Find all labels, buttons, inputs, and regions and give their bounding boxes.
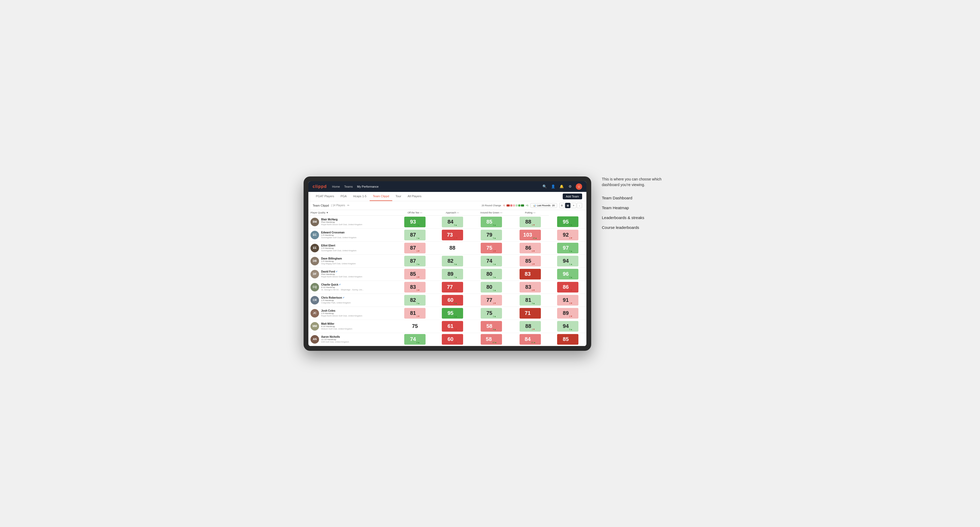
settings-icon[interactable]: ⚙: [567, 184, 573, 189]
score-change: 3▼: [454, 328, 457, 332]
score-box: 58 10▲: [481, 334, 502, 344]
table-row[interactable]: BM Blair McHarg Plus Handicap Royal Nort…: [309, 215, 586, 229]
score-cell-off_tee: 89 7▲: [434, 268, 471, 281]
search-icon[interactable]: 🔍: [542, 184, 547, 189]
player-club: Sunningdale Golf Club, United Kingdom: [321, 237, 394, 239]
subnav-pga[interactable]: PGA: [337, 192, 350, 201]
table-row[interactable]: DF David Ford✔ Plus Handicap Royal North…: [309, 268, 586, 281]
subnav-hcaps[interactable]: Hcaps 1-5: [350, 192, 370, 201]
score-box: 85 8▲: [481, 217, 502, 227]
score-cell-off_tee: 84 6▲: [434, 215, 471, 229]
list-view-button[interactable]: ≡: [571, 203, 576, 208]
table-row[interactable]: JC Josh Coles 1-5 Handicap Royal North D…: [309, 306, 586, 320]
score-box: 86 6▼: [520, 243, 541, 253]
export-button[interactable]: ↓: [577, 203, 582, 208]
table-row[interactable]: AN Aaron Nicholls 11-15 Handicap Drift G…: [309, 333, 586, 346]
table-row[interactable]: DB Dave Billingham 1-5 Handicap Gog Mago…: [309, 254, 586, 268]
player-cell: JC Josh Coles 1-5 Handicap Royal North D…: [309, 306, 396, 320]
bar-pale-red: [513, 205, 515, 206]
last-rounds-button[interactable]: 📊 Last Rounds: 20: [530, 203, 557, 208]
player-name: Blair McHarg: [321, 218, 394, 221]
score-cell-quality: 87 3▼: [396, 241, 434, 254]
score-box: 103 15▲: [520, 230, 541, 240]
user-avatar[interactable]: U: [576, 183, 582, 190]
score-box: 83 6▼: [520, 282, 541, 292]
score-value: 83: [525, 271, 530, 277]
score-cell-quality: 87 4▲: [396, 254, 434, 268]
subnav-team-clippd[interactable]: Team Clippd: [370, 192, 392, 201]
player-info: Blair McHarg Plus Handicap Royal North D…: [321, 218, 394, 226]
nav-my-performance[interactable]: My Performance: [357, 184, 379, 189]
score-box: 58 4▲: [481, 321, 502, 332]
table-row[interactable]: CQ Charlie Quick✔ 6-10 Handicap St. Geor…: [309, 281, 586, 294]
score-cell-putting: 91 3▼: [549, 294, 586, 306]
heatmap-view-button[interactable]: ▦: [565, 203, 570, 208]
score-cell-putting: 97 5▲: [549, 241, 586, 254]
subnav-tour[interactable]: Tour: [392, 192, 404, 201]
player-avatar: DB: [310, 257, 319, 265]
score-change: 6▲: [454, 224, 457, 227]
player-avatar: CR: [310, 296, 319, 305]
heatmap-bar: [506, 205, 524, 206]
score-value: 85: [487, 219, 492, 225]
score-change: 2▲: [454, 302, 457, 306]
team-player-count: | 14 Players: [331, 204, 345, 207]
player-cell: MM Matt Miller 6-10 Handicap Woburn Golf…: [309, 320, 396, 333]
score-change: 1▼: [532, 224, 535, 227]
profile-icon[interactable]: 👤: [550, 184, 556, 189]
subnav-all-players[interactable]: All Players: [404, 192, 425, 201]
player-handicap: 1-5 Handicap: [321, 299, 394, 302]
score-change: 8▲: [417, 341, 420, 344]
score-box: 81 3▼: [404, 308, 426, 319]
score-change: 3▲: [570, 328, 573, 332]
table-row[interactable]: MM Matt Miller 6-10 Handicap Woburn Golf…: [309, 320, 586, 333]
player-info: Edward Crossman 1-5 Handicap Sunningdale…: [321, 231, 394, 239]
score-box: 92 3▼: [557, 230, 578, 240]
score-box: 95 9▲: [557, 216, 578, 227]
score-cell-putting: 94 3▲: [549, 320, 586, 333]
nav-home[interactable]: Home: [332, 184, 340, 189]
app-logo: clippd: [313, 184, 327, 189]
score-value: 87: [410, 258, 416, 264]
score-value: 97: [563, 245, 568, 251]
score-value: 92: [563, 232, 568, 238]
score-change: 11▼: [531, 315, 536, 319]
score-box: 74 1▲: [481, 256, 502, 267]
bar-pale-green: [515, 205, 518, 206]
score-change: 14▼: [453, 289, 458, 292]
player-club: Drift Golf Club, United Kingdom: [321, 341, 394, 343]
subnav-pgat[interactable]: PGAT Players: [313, 192, 337, 201]
score-box: 94 3▲: [557, 321, 578, 332]
score-box: 95 8▲: [442, 308, 463, 319]
verified-badge: ✔: [336, 270, 338, 273]
players-table-container: Player Quality ▼ Off the Tee — Approach …: [309, 210, 586, 346]
player-name: Elliot Ebert: [321, 244, 394, 247]
score-cell-off_tee: 95 8▲: [434, 306, 471, 320]
score-box: 75: [404, 321, 426, 332]
table-row[interactable]: CR Chris Robertson✔ 1-5 Handicap Craigmi…: [309, 294, 586, 306]
grid-view-button[interactable]: ⊞: [559, 203, 565, 208]
table-row[interactable]: EC Edward Crossman 1-5 Handicap Sunningd…: [309, 229, 586, 241]
score-value: 87: [410, 245, 416, 251]
player-handicap: 1-5 Handicap: [321, 312, 394, 314]
player-club: Woburn Golf Club, United Kingdom: [321, 328, 394, 330]
score-change: 3▼: [493, 250, 496, 253]
edit-team-icon[interactable]: ✏: [347, 204, 349, 207]
score-cell-putting: 89 2▼: [549, 306, 586, 320]
nav-teams[interactable]: Teams: [344, 184, 353, 189]
annotation-intro: This is where you can choose which dashb…: [602, 176, 676, 187]
score-box: 80 3▲: [481, 269, 502, 279]
score-change: 21▲: [531, 341, 536, 344]
add-team-button[interactable]: Add Team: [563, 194, 582, 199]
bar-dark-green: [521, 205, 524, 206]
score-cell-around_green: 86 6▼: [512, 241, 549, 254]
bell-icon[interactable]: 🔔: [559, 184, 565, 189]
score-cell-quality: 75: [396, 320, 434, 333]
score-value: 74: [487, 258, 492, 264]
score-value: 61: [447, 323, 453, 329]
score-value: 82: [410, 297, 416, 303]
score-value: 94: [563, 258, 568, 264]
table-row[interactable]: EE Elliot Ebert 1-5 Handicap Sunningdale…: [309, 241, 586, 254]
score-change: 3▲: [417, 302, 420, 306]
score-cell-putting: 95 9▲: [549, 215, 586, 229]
